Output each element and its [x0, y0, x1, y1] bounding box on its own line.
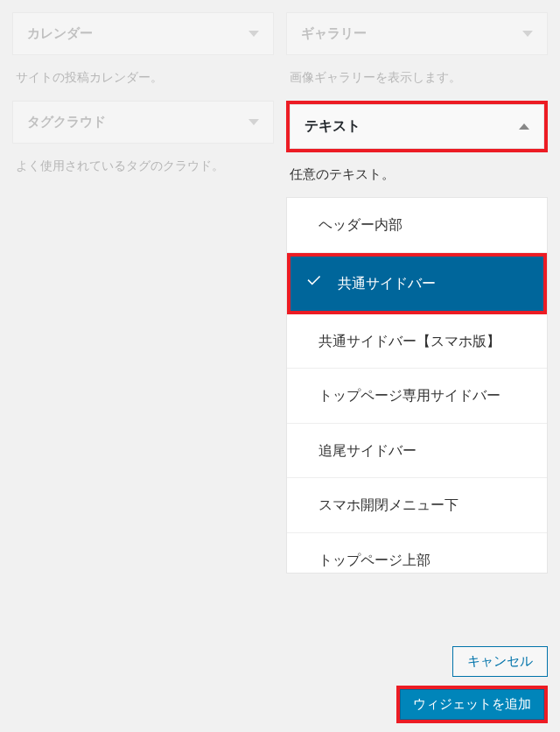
widget-text[interactable]: テキスト	[290, 104, 544, 149]
widget-area-list: ヘッダー内部 共通サイドバー 共通サイドバー【スマホ版】 トップページ専用サイド…	[286, 197, 548, 574]
area-item[interactable]: トップページ専用サイドバー	[287, 369, 547, 424]
add-widget-button[interactable]: ウィジェットを追加	[400, 689, 544, 720]
widget-desc: 任意のテキスト。	[286, 152, 548, 190]
chevron-down-icon	[248, 31, 259, 37]
check-icon	[306, 272, 322, 295]
area-label: ヘッダー内部	[318, 217, 402, 232]
widget-title: タグクラウド	[27, 114, 106, 130]
chevron-down-icon	[522, 31, 533, 37]
widget-title: カレンダー	[27, 25, 93, 42]
area-label: スマホ開閉メニュー下	[318, 497, 458, 512]
area-label: トップページ上部	[318, 553, 430, 567]
add-button-highlight: ウィジェットを追加	[396, 686, 548, 723]
widget-tagcloud[interactable]: タグクラウド	[12, 101, 274, 144]
widget-desc: よく使用されているタグのクラウド。	[12, 144, 274, 189]
action-buttons: キャンセル ウィジェットを追加	[396, 646, 548, 723]
area-list-scroll[interactable]: ヘッダー内部 共通サイドバー 共通サイドバー【スマホ版】 トップページ専用サイド…	[287, 198, 547, 573]
area-item[interactable]: スマホ開閉メニュー下	[287, 478, 547, 533]
area-item[interactable]: 追尾サイドバー	[287, 424, 547, 479]
area-item[interactable]: 共通サイドバー【スマホ版】	[287, 314, 547, 370]
widget-title: テキスト	[304, 117, 360, 136]
area-item-selected[interactable]: 共通サイドバー	[287, 253, 547, 314]
cancel-button[interactable]: キャンセル	[452, 646, 548, 677]
area-label: トップページ専用サイドバー	[318, 388, 500, 403]
widget-gallery[interactable]: ギャラリー	[286, 12, 548, 55]
area-label: 共通サイドバー	[338, 276, 436, 291]
widget-title: ギャラリー	[301, 25, 367, 42]
area-item[interactable]: ヘッダー内部	[287, 198, 547, 253]
widget-desc: サイトの投稿カレンダー。	[12, 55, 274, 101]
widget-text-highlight: テキスト	[286, 101, 548, 152]
widget-calendar[interactable]: カレンダー	[12, 12, 274, 55]
area-item[interactable]: トップページ上部	[287, 533, 547, 573]
chevron-up-icon	[519, 123, 529, 130]
area-label: 追尾サイドバー	[318, 443, 416, 458]
area-label: 共通サイドバー【スマホ版】	[318, 334, 500, 348]
chevron-down-icon	[248, 119, 259, 125]
widget-desc: 画像ギャラリーを表示します。	[286, 55, 548, 101]
